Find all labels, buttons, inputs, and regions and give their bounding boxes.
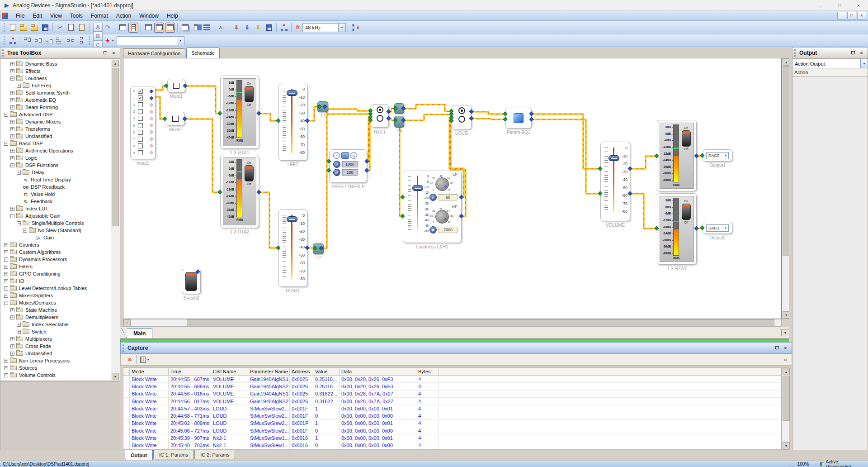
collapse-icon[interactable]: − [10,315,14,319]
maximize-button[interactable]: □ [830,0,849,10]
tree-item-dynamic-mixers[interactable]: +Dynamic Mixers [0,118,111,125]
tree-item-dynamics-processors[interactable]: +Dynamics Processors [0,256,111,263]
collapse-panel-icon[interactable]: « [784,357,787,363]
clear-capture-button[interactable]: × [125,355,134,364]
capture-row[interactable]: Block Write20:45:02 - 809msLOUDStMuxSwSl… [123,420,781,427]
expand-icon[interactable]: + [10,134,14,138]
block-rta4-bottom[interactable]: 3dB0dB-6dB-12dB-18dB-24dB-30dB-36dB-45dB… [657,193,697,265]
clock-mode-icon[interactable]: ◔ [333,152,340,159]
expand-icon[interactable]: + [17,330,21,334]
tab-schematic[interactable]: Schematic [186,48,219,58]
collapse-icon[interactable]: − [4,142,8,146]
tab-ic-2-params[interactable]: IC 2: Params [194,450,235,459]
expand-icon[interactable]: + [10,337,14,341]
collapse-icon[interactable]: − [17,221,21,225]
minimize-button[interactable]: – [811,0,830,10]
tree-item-transforms[interactable]: +Transforms [0,125,111,133]
canvas-vscrollbar[interactable]: ▲ ▼ [782,58,789,319]
channel-checkbox[interactable]: ✓ [138,89,143,94]
collapse-icon[interactable]: − [10,163,14,167]
ruler-toggle-button[interactable] [128,23,138,33]
channel-checkbox[interactable] [138,116,143,121]
eq-icon[interactable] [514,113,524,123]
menu-help[interactable]: Help [163,12,182,20]
row-selector[interactable] [123,391,130,397]
expand-icon[interactable]: + [10,91,14,95]
expand-icon[interactable]: + [4,250,8,254]
chevron-down-icon[interactable]: ▾ [860,59,868,68]
tree-item-unclassified[interactable]: +Unclassified [0,350,111,357]
channel-checkbox[interactable] [138,143,143,148]
tile-windows-button[interactable] [191,23,201,33]
scroll-up-icon[interactable]: ▲ [112,60,119,67]
mux-select-radio[interactable] [458,116,465,123]
settings-button[interactable] [350,23,360,33]
space-across-button[interactable] [66,37,75,45]
expand-icon[interactable]: + [10,127,14,131]
child-minimize-button[interactable]: – [837,12,846,19]
tree-item-state-machine[interactable]: +State Machine [0,306,111,314]
tree-item-level-detectors-lookup-tables[interactable]: +Level Detectors/Lookup Tables [0,285,111,292]
block-input1[interactable]: 0✓1✓23456789 [130,86,156,159]
expand-icon[interactable]: + [4,359,8,363]
scroll-down-icon[interactable]: ▼ [112,373,119,380]
freq-spinner[interactable]: ⇄ [429,194,437,201]
tree-item-filters[interactable]: +Filters [0,263,111,270]
row-selector[interactable] [123,434,130,441]
channel-checkbox[interactable]: ✓ [138,95,143,100]
mute-checkbox[interactable] [172,116,179,122]
tree-item-full-freq[interactable]: +Full Freq [0,82,111,89]
menu-format[interactable]: Format [87,12,112,20]
save-write-button[interactable] [264,23,274,33]
tree-item-delay[interactable]: +Delay [0,169,111,176]
input-channel-1[interactable]: 1✓ [131,95,155,101]
align-middle-button[interactable] [34,37,43,45]
toolbar-grip[interactable] [89,36,91,45]
panel-grip[interactable] [2,49,5,57]
collapse-icon[interactable]: − [4,301,8,305]
tree-item-sources[interactable]: +Sources [0,364,111,372]
freq-spinner[interactable]: ⇄ [333,169,340,176]
input-channel-0[interactable]: 0✓ [131,88,155,95]
tree-item-dynamic-bass[interactable]: +Dynamic Bass [0,60,111,67]
column-header-mode[interactable]: Mode [130,368,169,375]
tree-item-gain[interactable]: ▷Gain [0,234,111,241]
mux-select-radio[interactable] [377,106,383,113]
scrollbar-thumb[interactable] [187,319,774,326]
tree-item-non-linear-processors[interactable]: +Non Linear Processors [0,357,111,364]
capture-row[interactable]: Block Write20:44:55 - 688msVOLUMEGain194… [123,383,781,390]
collapse-icon[interactable]: − [10,76,14,81]
tree-item-arithmetic-operations[interactable]: +Arithmetic Operations [0,147,111,154]
lp-knob[interactable] [435,177,449,191]
expand-icon[interactable]: + [4,265,8,269]
collapse-icon[interactable]: − [4,113,8,117]
open-project-button[interactable] [19,23,28,33]
mux-select-radio[interactable] [377,115,383,122]
tab-ic-1-params[interactable]: IC 1: Params [153,450,194,459]
expand-icon[interactable]: + [4,243,8,247]
row-selector[interactable] [123,383,130,390]
tree-item-index-lut[interactable]: +Index LUT [0,205,111,212]
close-icon[interactable]: × [110,50,117,56]
fader-knob[interactable] [287,216,297,222]
tree-item-dsp-readback[interactable]: ooDSP Readback [0,183,111,191]
chevron-down-icon[interactable]: ▾ [177,37,184,45]
block-dac0[interactable]: DAC0▾ [703,149,732,162]
on-off-toggle[interactable] [682,204,691,220]
save-button[interactable] [40,23,50,33]
column-header-bytes[interactable]: Bytes [416,368,439,375]
input-channel-9[interactable]: 9 [131,149,155,156]
chevron-down-icon[interactable]: ▾ [112,39,114,43]
tree-item-demultiplexers[interactable]: −Demultiplexers [0,314,111,321]
align-top-button[interactable] [23,37,32,45]
tree-item-cross-fade[interactable]: +Cross Fade [0,343,111,350]
input-channel-3[interactable]: 3 [131,108,155,115]
on-off-toggle[interactable] [682,130,691,147]
lp-freq-value[interactable]: 60 [439,194,458,200]
tree-item-io[interactable]: +IO [0,277,111,285]
connector-style-button[interactable] [8,36,18,46]
tree-item-real-time-display[interactable]: ∿Real Time Display [0,176,111,183]
space-down-button[interactable] [77,37,86,45]
chevron-down-icon[interactable]: ▾ [338,24,345,32]
treble-freq-value[interactable]: 100 [342,169,358,176]
